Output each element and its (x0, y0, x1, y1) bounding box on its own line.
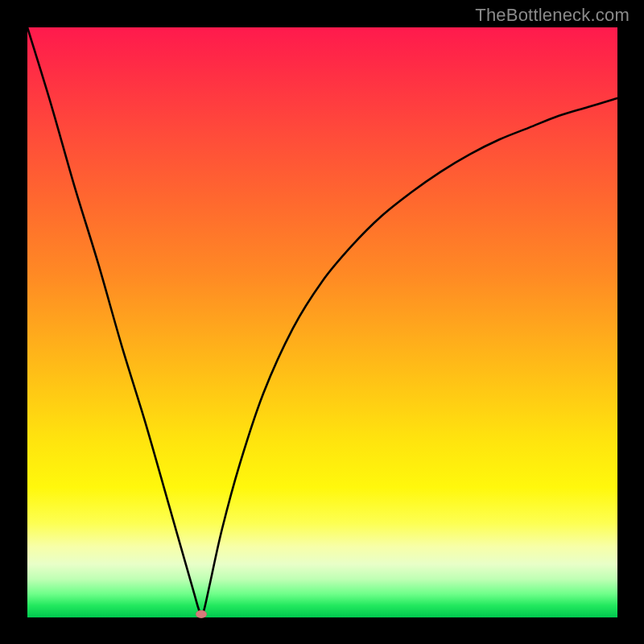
bottleneck-curve (27, 27, 617, 614)
chart-frame: TheBottleneck.com (0, 0, 644, 644)
plot-area (27, 27, 617, 617)
curve-svg (27, 27, 617, 617)
watermark-text: TheBottleneck.com (475, 5, 630, 26)
